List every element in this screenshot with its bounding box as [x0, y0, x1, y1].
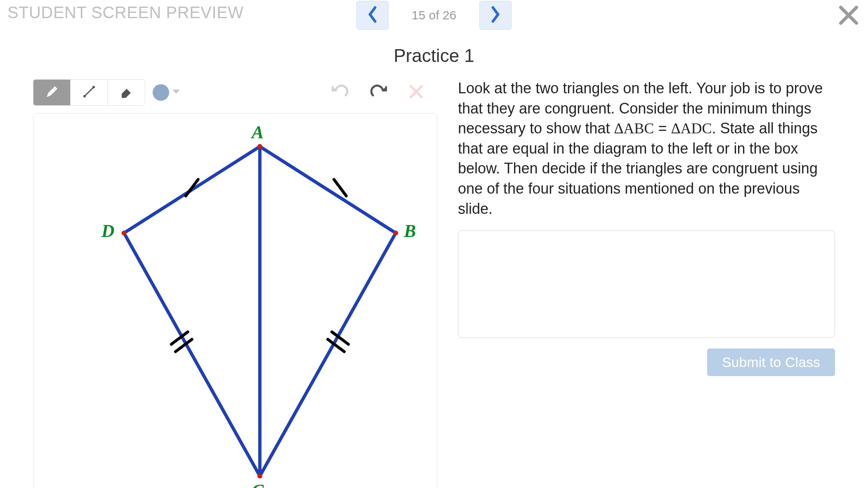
svg-line-10	[124, 233, 260, 476]
canvas-actions	[332, 83, 437, 102]
vertex-label-c: C	[252, 481, 264, 488]
slide-title: Practice 1	[0, 45, 868, 66]
chevron-left-icon	[367, 6, 378, 25]
submit-button[interactable]: Submit to Class	[707, 348, 835, 376]
svg-point-22	[122, 230, 127, 235]
vertex-label-a: A	[250, 122, 264, 142]
svg-point-21	[257, 474, 262, 479]
math-rhs: ΔADC	[671, 120, 712, 137]
drawing-toolbar	[33, 78, 437, 107]
line-tool[interactable]	[71, 80, 108, 105]
clear-icon	[408, 83, 425, 102]
instructions-text: Look at the two triangles on the left. Y…	[458, 78, 835, 219]
page-counter: 15 of 26	[405, 8, 463, 22]
preview-label: STUDENT SCREEN PREVIEW	[7, 3, 244, 22]
drawing-canvas[interactable]: A B C D	[33, 113, 437, 488]
vertex-label-b: B	[403, 221, 416, 241]
eraser-tool[interactable]	[108, 80, 145, 105]
redo-button[interactable]	[370, 83, 387, 102]
prev-button[interactable]	[356, 1, 389, 30]
submit-row: Submit to Class	[458, 348, 835, 376]
line-icon	[82, 85, 96, 100]
math-lhs: ΔABC	[614, 120, 654, 137]
pencil-tool[interactable]	[33, 80, 71, 105]
svg-line-9	[260, 233, 396, 476]
svg-marker-5	[172, 90, 180, 94]
tool-group	[33, 79, 145, 106]
caret-down-icon	[172, 89, 181, 96]
vertex-label-d: D	[101, 221, 115, 241]
svg-point-4	[92, 86, 95, 88]
undo-button[interactable]	[332, 83, 349, 102]
pager: 15 of 26	[356, 1, 512, 30]
left-column: A B C D	[33, 78, 437, 488]
close-icon	[837, 21, 860, 28]
chevron-right-icon	[490, 6, 501, 25]
svg-point-19	[257, 144, 262, 149]
clear-button[interactable]	[408, 83, 425, 102]
pencil-icon	[45, 85, 59, 100]
answer-input[interactable]	[458, 230, 835, 338]
svg-line-3	[85, 87, 94, 96]
redo-icon	[370, 83, 387, 102]
right-column: Look at the two triangles on the left. Y…	[458, 78, 851, 488]
svg-point-20	[393, 230, 398, 235]
eraser-icon	[119, 85, 133, 100]
svg-line-8	[260, 147, 396, 233]
content-row: A B C D Look at the two triangles on the…	[0, 66, 868, 488]
color-swatch-icon	[153, 84, 169, 101]
kite-diagram: A B C D	[33, 114, 437, 488]
close-button[interactable]	[837, 4, 860, 28]
next-button[interactable]	[479, 1, 512, 30]
math-eq: =	[654, 120, 671, 137]
undo-icon	[332, 83, 349, 102]
header: STUDENT SCREEN PREVIEW 15 of 26	[0, 0, 868, 33]
color-picker[interactable]	[153, 84, 181, 101]
